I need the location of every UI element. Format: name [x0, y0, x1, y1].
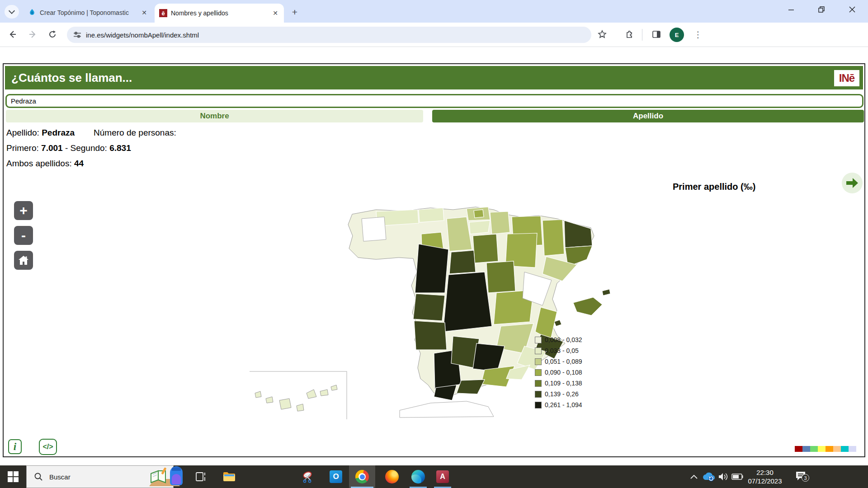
- tab-search-button[interactable]: [5, 5, 19, 19]
- access-icon: A: [436, 470, 449, 483]
- reload-button[interactable]: [46, 28, 59, 41]
- no-data-region: [362, 217, 386, 241]
- map-zoom-in-button[interactable]: +: [14, 201, 33, 220]
- browser-tab-strip: Crear Topónimo | Toponomastic ✕ ē Nombre…: [0, 0, 868, 23]
- ine-widget-frame: ¿Cuántos se llaman... INē Nombre Apellid…: [3, 63, 865, 457]
- file-explorer-button[interactable]: [220, 465, 239, 488]
- africa-coast: [400, 401, 494, 418]
- restore-icon: [818, 6, 825, 13]
- notification-badge: 3: [802, 474, 809, 482]
- legend-row: 0,261 - 1,094: [535, 399, 582, 410]
- back-button[interactable]: [6, 28, 19, 41]
- site-settings-icon[interactable]: [73, 31, 81, 39]
- legend-row: 0,109 - 0,138: [535, 378, 582, 389]
- minimize-icon: [788, 6, 794, 13]
- legend-swatch: [535, 380, 542, 387]
- ine-logo[interactable]: INē: [834, 70, 859, 86]
- journal-backpack-icon[interactable]: [144, 465, 185, 488]
- minimize-button[interactable]: [778, 0, 804, 19]
- chevron-down-icon: [9, 8, 15, 14]
- result-line-ambos: Ambos apellidos: 44: [6, 159, 84, 169]
- ine-color-stripe: [795, 446, 856, 452]
- tab-apellido[interactable]: Apellido: [432, 110, 864, 122]
- firefox-button[interactable]: [382, 465, 401, 488]
- result-line-counts: Primero: 7.001 - Segundo: 6.831: [6, 143, 131, 153]
- edge-icon: [411, 470, 425, 483]
- search-placeholder: Buscar: [49, 473, 71, 481]
- address-bar[interactable]: ine.es/widgets/nombApell/index.shtml: [67, 27, 591, 43]
- canary-inset: [250, 371, 347, 419]
- extensions-button[interactable]: [623, 28, 636, 41]
- toolbar-divider: [642, 29, 642, 41]
- legend-swatch: [535, 358, 542, 365]
- edge-button[interactable]: [409, 465, 428, 488]
- outlook-button[interactable]: O: [326, 465, 345, 488]
- profile-avatar[interactable]: E: [670, 28, 684, 42]
- windows-logo-icon: [7, 471, 19, 483]
- task-view-icon: [195, 471, 207, 483]
- tab-toponomastica[interactable]: Crear Topónimo | Toponomastic ✕: [24, 5, 153, 21]
- map-legend: 0,008 - 0,032 0,033 - 0,05 0,051 - 0,089…: [535, 334, 582, 410]
- name-search-input[interactable]: [5, 94, 863, 108]
- tab-title: Nombres y apellidos: [171, 9, 268, 17]
- ambos-value: 44: [74, 159, 84, 168]
- notification-center-button[interactable]: 3: [790, 465, 811, 488]
- legend-swatch: [535, 391, 542, 398]
- windows-taskbar: Buscar O: [0, 465, 868, 488]
- legend-swatch: [535, 402, 542, 408]
- map-home-button[interactable]: [14, 251, 33, 270]
- tab-close-icon[interactable]: ✕: [271, 9, 279, 17]
- legend-swatch: [535, 337, 542, 343]
- drupal-icon: [28, 9, 36, 17]
- legend-row: 0,090 - 0,108: [535, 367, 582, 378]
- battery-tray-icon[interactable]: [730, 465, 745, 488]
- task-view-button[interactable]: [192, 465, 211, 488]
- access-button[interactable]: A: [433, 465, 452, 488]
- onedrive-cloud-icon: [702, 472, 716, 482]
- legend-row: 0,033 - 0,05: [535, 345, 582, 356]
- arrow-right-icon: [845, 177, 859, 189]
- tray-expand-button[interactable]: [686, 465, 702, 488]
- outlook-icon: O: [330, 470, 342, 483]
- tab-nombre[interactable]: Nombre: [6, 110, 423, 122]
- onedrive-tray-icon[interactable]: [701, 465, 717, 488]
- embed-code-button[interactable]: </>: [39, 439, 57, 455]
- volume-tray-icon[interactable]: [716, 465, 731, 488]
- start-button[interactable]: [3, 465, 24, 488]
- journal-backpack-graphic: [145, 466, 184, 487]
- widget-header: ¿Cuántos se llaman... INē: [5, 66, 863, 89]
- legend-row: 0,008 - 0,032: [535, 334, 582, 345]
- balearic-islands: [554, 289, 610, 326]
- speaker-icon: [718, 472, 729, 481]
- close-icon: [849, 6, 855, 13]
- legend-swatch: [535, 347, 542, 354]
- screen: Crear Topónimo | Toponomastic ✕ ē Nombre…: [0, 0, 868, 488]
- tab-nombres-apellidos[interactable]: ē Nombres y apellidos ✕: [155, 4, 284, 23]
- chevron-up-icon: [690, 474, 698, 479]
- battery-icon: [731, 474, 743, 480]
- info-button[interactable]: i: [8, 439, 22, 454]
- side-panel-button[interactable]: [650, 28, 663, 41]
- url-text[interactable]: ine.es/widgets/nombApell/index.shtml: [86, 31, 199, 39]
- restore-button[interactable]: [808, 0, 835, 19]
- chrome-button[interactable]: [349, 465, 375, 488]
- next-map-button[interactable]: [842, 173, 863, 193]
- firefox-icon: [385, 470, 399, 483]
- legend-row: 0,139 - 0,26: [535, 389, 582, 399]
- tab-title: Crear Topónimo | Toponomastic: [40, 9, 137, 16]
- new-tab-button[interactable]: +: [288, 6, 301, 19]
- page-title: ¿Cuántos se llaman...: [5, 71, 132, 85]
- close-button[interactable]: [839, 0, 865, 19]
- legend-row: 0,051 - 0,089: [535, 356, 582, 367]
- canary-islands: [255, 385, 337, 411]
- segundo-value: 6.831: [109, 143, 131, 153]
- tab-close-icon[interactable]: ✕: [140, 9, 148, 17]
- primero-value: 7.001: [41, 143, 63, 153]
- forward-button[interactable]: [26, 28, 39, 41]
- browser-menu-button[interactable]: ⋮: [692, 28, 704, 41]
- map-zoom-out-button[interactable]: -: [14, 226, 33, 245]
- snipping-tool-button[interactable]: [298, 465, 317, 488]
- bookmark-star-button[interactable]: [596, 28, 609, 41]
- taskbar-clock[interactable]: 22:30 07/12/2023: [744, 465, 786, 488]
- snipping-tool-icon: [302, 470, 314, 483]
